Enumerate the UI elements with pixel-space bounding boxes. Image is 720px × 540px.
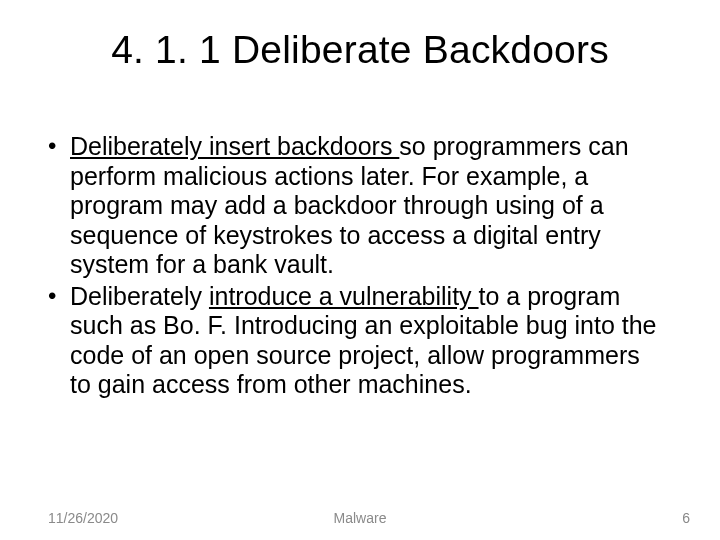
slide-footer: 11/26/2020 Malware 6 (0, 506, 720, 526)
bullet-item: Deliberately introduce a vulnerability t… (48, 282, 664, 400)
bullet-mid-underlined: introduce a vulnerability (209, 282, 479, 310)
slide-body: Deliberately insert backdoors so program… (48, 132, 664, 402)
slide-title: 4. 1. 1 Deliberate Backdoors (0, 28, 720, 72)
footer-center: Malware (0, 510, 720, 526)
bullet-prefix: Deliberately (70, 282, 209, 310)
bullet-list: Deliberately insert backdoors so program… (48, 132, 664, 400)
bullet-item: Deliberately insert backdoors so program… (48, 132, 664, 280)
bullet-lead-underlined: Deliberately insert backdoors (70, 132, 399, 160)
slide: 4. 1. 1 Deliberate Backdoors Deliberatel… (0, 0, 720, 540)
footer-page-number: 6 (682, 510, 690, 526)
